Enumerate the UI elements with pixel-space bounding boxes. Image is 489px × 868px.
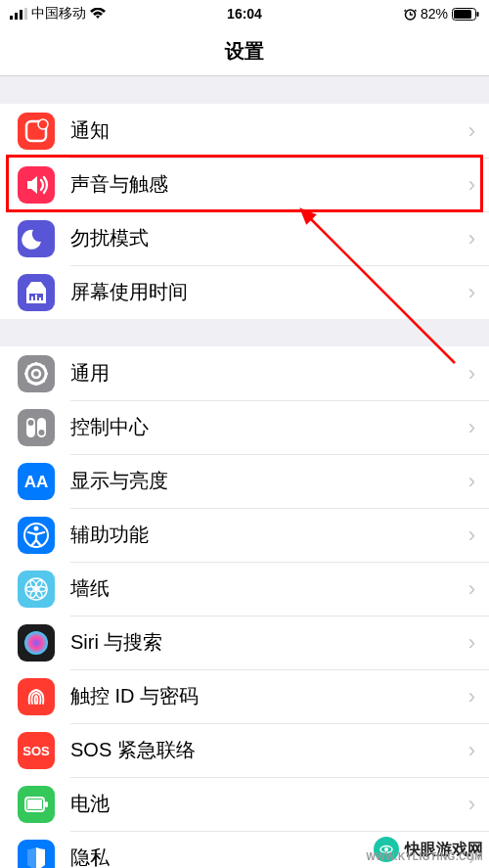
svg-point-10 [38,119,48,129]
watermark-url: WWW.KYLIGTING.COM [366,851,483,862]
notifications-icon [18,113,55,150]
settings-row-label: 声音与触感 [55,171,468,198]
settings-row-label: 通用 [55,360,468,387]
chevron-right-icon: › [468,684,489,709]
svg-rect-27 [35,362,37,364]
chevron-right-icon: › [468,469,489,494]
sos-icon: SOS [18,732,55,769]
settings-row-label: SOS 紧急联络 [55,737,468,763]
display-icon: AA [18,463,55,500]
settings-row-sos[interactable]: SOSSOS 紧急联络› [0,723,489,777]
svg-rect-22 [43,380,45,382]
status-right: 82% [404,6,479,22]
svg-rect-0 [10,16,13,20]
page-title: 设置 [225,38,264,65]
status-time: 16:04 [227,6,262,22]
signal-icon [10,8,27,20]
chevron-right-icon: › [468,738,489,763]
svg-rect-2 [20,10,22,20]
settings-row-touchid[interactable]: 触控 ID 与密码› [0,669,489,723]
accessibility-icon [18,517,55,554]
settings-row-dnd[interactable]: 勿扰模式› [0,211,489,265]
chevron-right-icon: › [468,415,489,440]
chevron-right-icon: › [468,118,489,144]
svg-point-31 [28,420,34,426]
settings-row-label: 电池 [55,791,468,817]
svg-rect-6 [454,10,471,19]
svg-point-48 [24,631,48,655]
watermark: 快眼游戏网 WWW.KYLIGTING.COM [374,837,483,862]
chevron-right-icon: › [468,523,489,548]
settings-row-label: 控制中心 [55,414,468,440]
controlcenter-icon [18,409,55,446]
svg-point-38 [34,525,39,530]
wallpaper-icon [18,571,55,608]
settings-row-label: 通知 [55,117,468,144]
dnd-icon [18,220,55,257]
settings-row-accessibility[interactable]: 辅助功能› [0,508,489,562]
svg-text:AA: AA [24,473,49,491]
chevron-right-icon: › [468,361,489,387]
navbar: 设置 [0,27,489,76]
svg-rect-15 [31,297,33,300]
svg-rect-55 [27,799,42,809]
chevron-right-icon: › [468,280,489,305]
settings-group: 通用›控制中心›AA显示与亮度›辅助功能›墙纸›Siri 与搜索›触控 ID 与… [0,346,489,868]
svg-rect-25 [24,373,26,375]
settings-row-notifications[interactable]: 通知› [0,104,489,158]
settings-row-label: 显示与亮度 [55,468,468,494]
settings-row-sounds[interactable]: 声音与触感› [0,158,489,211]
chevron-right-icon: › [468,226,489,251]
wifi-icon [90,8,106,20]
svg-rect-23 [35,384,37,386]
svg-rect-54 [45,801,48,807]
carrier-label: 中国移动 [31,5,86,23]
privacy-icon [18,840,55,869]
svg-rect-17 [39,297,41,300]
svg-rect-49 [18,678,55,715]
svg-rect-16 [35,295,37,300]
svg-rect-24 [27,380,29,382]
status-left: 中国移动 [10,5,106,23]
settings-row-label: 触控 ID 与密码 [55,683,468,709]
svg-rect-21 [46,373,48,375]
chevron-right-icon: › [468,172,489,198]
battery-icon [18,786,55,823]
touchid-icon [18,678,55,715]
svg-rect-28 [43,365,45,367]
settings-row-general[interactable]: 通用› [0,346,489,400]
svg-rect-3 [24,8,27,20]
svg-rect-29 [18,409,55,446]
sounds-icon [18,166,55,204]
settings-row-display[interactable]: AA显示与亮度› [0,454,489,508]
settings-row-label: 勿扰模式 [55,225,468,251]
settings-group: 通知›声音与触感›勿扰模式›屏幕使用时间› [0,104,489,319]
chevron-right-icon: › [468,630,489,656]
settings-row-label: 辅助功能 [55,522,468,548]
screentime-icon [18,274,55,311]
svg-rect-26 [27,365,29,367]
svg-rect-8 [18,113,55,150]
svg-text:SOS: SOS [22,744,50,758]
svg-rect-1 [15,13,18,20]
battery-icon [452,8,479,21]
svg-rect-18 [18,355,55,392]
settings-row-screentime[interactable]: 屏幕使用时间› [0,265,489,319]
settings-row-battery[interactable]: 电池› [0,777,489,831]
settings-row-label: Siri 与搜索 [55,629,468,656]
settings-row-controlcenter[interactable]: 控制中心› [0,400,489,454]
battery-pct: 82% [421,6,448,22]
chevron-right-icon: › [468,576,489,602]
svg-rect-7 [477,12,479,17]
settings-row-siri[interactable]: Siri 与搜索› [0,616,489,669]
siri-icon [18,624,55,662]
svg-point-33 [39,430,45,435]
settings-row-label: 屏幕使用时间 [55,279,468,305]
settings-row-label: 墙纸 [55,575,468,602]
settings-row-wallpaper[interactable]: 墙纸› [0,562,489,616]
status-bar: 中国移动 16:04 82% [0,0,489,27]
chevron-right-icon: › [468,792,489,817]
alarm-icon [404,8,417,21]
general-icon [18,355,55,392]
